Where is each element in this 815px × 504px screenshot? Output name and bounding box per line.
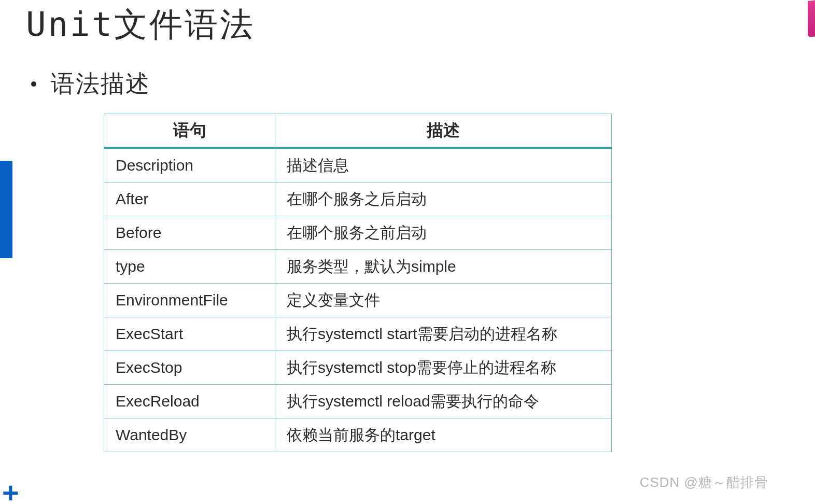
- cell-desc: 在哪个服务之前启动: [275, 216, 612, 250]
- cell-stmt: type: [104, 250, 275, 284]
- cell-stmt: EnvironmentFile: [104, 284, 275, 317]
- table-row: WantedBy 依赖当前服务的target: [104, 418, 612, 452]
- table-row: After 在哪个服务之后启动: [104, 183, 612, 216]
- table-header-stmt: 语句: [104, 114, 275, 148]
- bullet-text: 语法描述: [51, 68, 150, 100]
- cell-desc: 执行systemctl start需要启动的进程名称: [275, 317, 612, 351]
- table-header-row: 语句 描述: [104, 114, 612, 148]
- table-row: Description 描述信息: [104, 148, 612, 183]
- plus-icon: +: [2, 478, 19, 504]
- slide: Unit文件语法 语法描述 语句 描述 Description 描述信息: [0, 0, 815, 504]
- table-row: Before 在哪个服务之前启动: [104, 216, 612, 250]
- table-row: ExecStart 执行systemctl start需要启动的进程名称: [104, 317, 612, 351]
- corner-accent: [808, 0, 815, 37]
- cell-desc: 在哪个服务之后启动: [275, 183, 612, 216]
- cell-desc: 执行systemctl reload需要执行的命令: [275, 385, 612, 418]
- cell-stmt: ExecStart: [104, 317, 275, 351]
- watermark-text: CSDN @糖～醋排骨: [640, 473, 768, 492]
- cell-desc: 服务类型，默认为simple: [275, 250, 612, 284]
- cell-desc: 描述信息: [275, 148, 612, 183]
- slide-title: Unit文件语法: [26, 0, 789, 47]
- cell-stmt: ExecStop: [104, 351, 275, 385]
- cell-desc: 依赖当前服务的target: [275, 418, 612, 452]
- bullet-dot-icon: [31, 81, 36, 87]
- cell-stmt: Description: [104, 148, 275, 183]
- cell-stmt: ExecReload: [104, 385, 275, 418]
- left-accent-bar: [0, 161, 12, 258]
- cell-stmt: After: [104, 183, 275, 216]
- table-row: EnvironmentFile 定义变量文件: [104, 284, 612, 317]
- table-header-desc: 描述: [275, 114, 612, 148]
- table-row: ExecReload 执行systemctl reload需要执行的命令: [104, 385, 612, 418]
- bullet-item: 语法描述: [31, 68, 789, 100]
- table-row: type 服务类型，默认为simple: [104, 250, 612, 284]
- cell-stmt: WantedBy: [104, 418, 275, 452]
- grammar-table: 语句 描述 Description 描述信息 After 在哪个服务之后启动 B…: [104, 114, 612, 452]
- cell-desc: 执行systemctl stop需要停止的进程名称: [275, 351, 612, 385]
- cell-stmt: Before: [104, 216, 275, 250]
- cell-desc: 定义变量文件: [275, 284, 612, 317]
- grammar-table-wrap: 语句 描述 Description 描述信息 After 在哪个服务之后启动 B…: [104, 114, 612, 452]
- table-row: ExecStop 执行systemctl stop需要停止的进程名称: [104, 351, 612, 385]
